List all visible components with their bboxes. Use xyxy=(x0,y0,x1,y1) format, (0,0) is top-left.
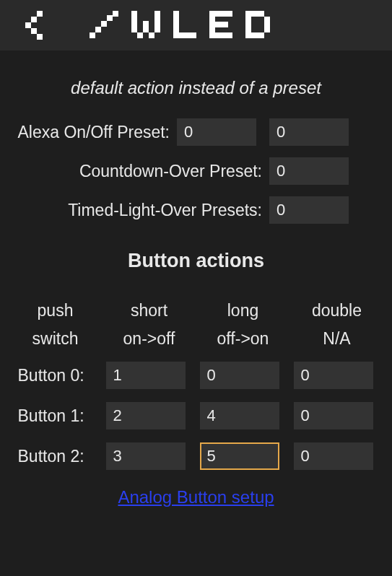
svg-rect-13 xyxy=(149,32,154,38)
header-bar xyxy=(0,0,392,51)
button2-short-input[interactable] xyxy=(106,442,186,470)
col-subheader-switch: switch xyxy=(12,329,99,349)
col-subheader-onoff: on->off xyxy=(106,329,193,349)
button0-long-input[interactable] xyxy=(200,362,279,389)
svg-rect-12 xyxy=(143,21,149,32)
button2-row-label: Button 2: xyxy=(12,447,99,466)
button2-double-input[interactable] xyxy=(294,442,373,470)
button0-row-label: Button 0: xyxy=(12,366,99,385)
button1-short-input[interactable] xyxy=(106,402,186,429)
col-subheader-na: N/A xyxy=(294,329,380,349)
svg-rect-4 xyxy=(37,34,43,40)
svg-rect-14 xyxy=(154,11,160,32)
col-header-long: long xyxy=(200,301,287,320)
svg-rect-3 xyxy=(31,28,37,34)
countdown-preset-label: Countdown-Over Preset: xyxy=(79,162,262,181)
col-header-double: double xyxy=(294,301,380,320)
svg-rect-2 xyxy=(25,22,31,28)
svg-rect-20 xyxy=(215,32,232,38)
svg-rect-16 xyxy=(179,32,196,38)
wled-logo-icon xyxy=(90,11,306,40)
svg-rect-21 xyxy=(245,11,251,38)
timed-light-preset-input[interactable] xyxy=(269,196,349,224)
svg-rect-5 xyxy=(90,32,95,38)
svg-rect-0 xyxy=(37,11,43,17)
svg-rect-19 xyxy=(215,22,228,27)
svg-rect-22 xyxy=(251,11,264,17)
svg-rect-9 xyxy=(113,11,118,17)
analog-button-link-row: Analog Button setup xyxy=(0,487,392,507)
button-actions-grid: push short long double switch on->off of… xyxy=(0,301,392,470)
svg-rect-23 xyxy=(264,17,270,32)
alexa-preset-label: Alexa On/Off Preset: xyxy=(17,123,170,142)
svg-rect-11 xyxy=(137,32,143,38)
button-actions-heading: Button actions xyxy=(0,250,392,272)
timed-light-preset-label: Timed-Light-Over Presets: xyxy=(68,201,262,220)
svg-rect-18 xyxy=(215,11,232,17)
button0-double-input[interactable] xyxy=(294,362,373,389)
timed-preset-row: Timed-Light-Over Presets: xyxy=(0,196,392,224)
subtitle-text: default action instead of a preset xyxy=(0,78,392,98)
alexa-off-preset-input[interactable] xyxy=(269,118,349,146)
col-header-short: short xyxy=(106,301,193,320)
button2-long-input[interactable] xyxy=(200,442,279,470)
app-logo xyxy=(90,10,306,40)
col-header-push: push xyxy=(12,301,99,320)
svg-rect-8 xyxy=(107,15,113,21)
col-subheader-offon: off->on xyxy=(200,329,287,349)
svg-rect-7 xyxy=(101,21,107,27)
svg-rect-15 xyxy=(173,11,179,38)
alexa-preset-row: Alexa On/Off Preset: xyxy=(0,118,392,146)
button1-row-label: Button 1: xyxy=(12,406,99,426)
svg-rect-17 xyxy=(209,11,215,38)
svg-rect-24 xyxy=(251,32,264,38)
chevron-left-icon xyxy=(25,11,45,40)
svg-rect-1 xyxy=(31,17,37,22)
countdown-preset-input[interactable] xyxy=(269,157,349,185)
analog-button-setup-link[interactable]: Analog Button setup xyxy=(118,487,274,507)
countdown-preset-row: Countdown-Over Preset: xyxy=(0,157,392,185)
svg-rect-6 xyxy=(95,27,101,32)
button1-double-input[interactable] xyxy=(294,402,373,429)
alexa-on-preset-input[interactable] xyxy=(177,118,256,146)
button0-short-input[interactable] xyxy=(106,362,186,389)
svg-rect-10 xyxy=(131,11,137,32)
button1-long-input[interactable] xyxy=(200,402,279,429)
back-button[interactable] xyxy=(20,10,51,40)
